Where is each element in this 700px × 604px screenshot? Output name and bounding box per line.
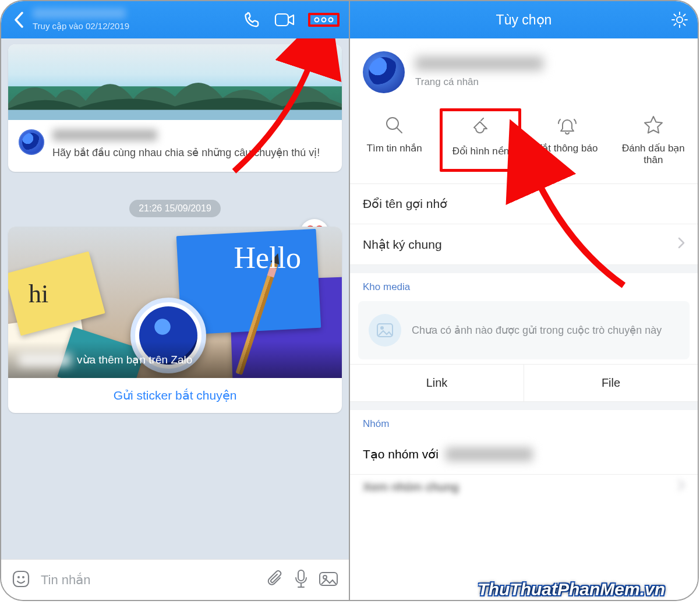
row-create-group[interactable]: Tạo nhóm với [350, 435, 698, 475]
profile-page-link[interactable]: Trang cá nhân [415, 76, 543, 88]
svg-point-6 [17, 576, 20, 578]
gallery-icon[interactable] [319, 570, 338, 590]
row-shared-diary-label: Nhật ký chung [363, 238, 442, 252]
contact-name-blurred-large [415, 56, 543, 70]
create-group-prefix: Tạo nhóm với [363, 447, 439, 461]
attach-icon[interactable] [267, 570, 284, 591]
svg-point-2 [322, 18, 326, 22]
hi-label: hi [29, 279, 48, 309]
settings-icon[interactable] [671, 11, 688, 29]
video-call-icon[interactable] [274, 12, 295, 28]
contact-name-blurred-inline [52, 129, 157, 141]
chevron-right-icon [678, 237, 685, 252]
message-input-bar: Tin nhắn [1, 559, 349, 600]
options-title: Tùy chọn [496, 12, 552, 28]
action-search-messages[interactable]: Tìm tin nhắn [353, 108, 435, 172]
svg-point-20 [387, 118, 398, 129]
media-section-label: Kho media [350, 273, 698, 298]
svg-point-3 [329, 18, 333, 22]
action-change-background[interactable]: Đổi hình nền [440, 108, 521, 172]
svg-line-18 [674, 24, 676, 26]
bell-icon [557, 114, 577, 136]
svg-line-16 [674, 15, 676, 16]
sticker-icon[interactable] [12, 570, 30, 591]
svg-point-7 [22, 576, 24, 578]
action-mute-notifications[interactable]: Tắt thông báo [526, 108, 608, 172]
create-group-name-blurred [446, 447, 533, 461]
svg-line-21 [397, 128, 402, 133]
contact-avatar-large[interactable] [363, 51, 405, 93]
options-header: Tùy chọn [350, 1, 698, 38]
svg-point-10 [323, 575, 327, 579]
back-button[interactable] [10, 8, 28, 31]
chevron-right-icon [678, 479, 685, 494]
photo-placeholder-icon [369, 314, 401, 347]
more-icon[interactable] [314, 16, 334, 23]
svg-rect-8 [298, 570, 304, 581]
hello-label: Hello [234, 241, 301, 275]
svg-line-19 [684, 15, 685, 16]
actions-row: Tìm tin nhắn Đổi hình nền Tắt thông báo [350, 106, 698, 184]
media-tabs: Link File [350, 364, 698, 402]
voice-icon[interactable] [294, 569, 308, 591]
watermark-text: ThuThuatPhanMem.vn [478, 580, 665, 599]
row-shared-diary[interactable]: Nhật ký chung [350, 224, 698, 265]
contact-avatar-small[interactable] [19, 129, 44, 155]
action-bestfriend-label: Đánh dấu bạn thân [615, 142, 692, 166]
chat-header: Truy cập vào 02/12/2019 [1, 1, 349, 38]
contact-name-blurred [33, 8, 126, 19]
svg-point-24 [380, 326, 384, 330]
action-mute-label: Tắt thông báo [536, 142, 598, 154]
row-rename-alias[interactable]: Đổi tên gợi nhớ [350, 184, 698, 224]
media-empty-text: Chưa có ảnh nào được gửi trong cuộc trò … [412, 324, 662, 337]
intro-cover-image [8, 44, 342, 120]
svg-rect-4 [8, 110, 342, 120]
profile-row[interactable]: Trang cá nhân [350, 38, 698, 106]
more-options-highlight [308, 13, 340, 27]
action-background-label: Đổi hình nền [452, 145, 510, 157]
svg-line-17 [684, 24, 685, 26]
row-view-common-groups[interactable]: Xem nhóm chung [350, 475, 698, 494]
call-icon[interactable] [243, 10, 261, 29]
tab-link[interactable]: Link [350, 365, 524, 401]
search-icon [384, 114, 404, 136]
row-rename-label: Đổi tên gợi nhớ [363, 197, 447, 211]
paint-roller-icon [470, 117, 491, 139]
intro-text: Hãy bắt đầu cùng nhau chia sẻ những câu … [52, 146, 320, 160]
svg-point-11 [677, 17, 683, 23]
media-empty-box: Chưa có ảnh nào được gửi trong cuộc trò … [358, 301, 690, 359]
group-section-label: Nhóm [350, 410, 698, 435]
action-mark-bestfriend[interactable]: Đánh dấu bạn thân [613, 108, 694, 172]
message-timestamp: 21:26 15/09/2019 [129, 200, 221, 217]
last-seen-text: Truy cập vào 02/12/2019 [33, 21, 243, 31]
friend-added-card[interactable]: hi Hello vừa thêm bạn trên Zalo Gửi stic… [8, 227, 342, 413]
svg-rect-5 [13, 571, 29, 587]
action-search-label: Tìm tin nhắn [367, 142, 422, 154]
send-sticker-button[interactable]: Gửi sticker bắt chuyện [8, 378, 342, 413]
hello-image: hi Hello vừa thêm bạn trên Zalo [8, 227, 342, 378]
view-common-groups-label: Xem nhóm chung [363, 480, 459, 494]
message-input[interactable]: Tin nhắn [41, 573, 91, 588]
overlay-name-blurred [19, 354, 71, 366]
added-on-zalo-text: vừa thêm bạn trên Zalo [77, 353, 192, 366]
svg-point-1 [315, 18, 319, 22]
tab-file[interactable]: File [524, 365, 698, 401]
intro-card: Hãy bắt đầu cùng nhau chia sẻ những câu … [8, 44, 342, 172]
svg-line-22 [481, 118, 483, 121]
svg-rect-0 [275, 14, 288, 26]
star-icon [643, 114, 664, 136]
